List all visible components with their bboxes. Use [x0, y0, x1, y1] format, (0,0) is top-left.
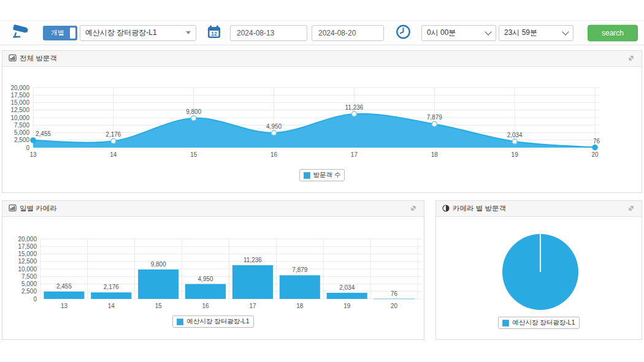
end-time-select[interactable]: 23시 59분 [499, 25, 573, 41]
svg-text:18: 18 [296, 303, 304, 309]
legend-swatch [502, 320, 509, 326]
svg-text:13: 13 [29, 151, 37, 158]
panel-title: 전체 방문객 [20, 54, 57, 63]
svg-text:10,000: 10,000 [10, 115, 29, 121]
bar-chart: 02,5005,0007,50010,00012,50015,00017,500… [2, 217, 423, 310]
svg-text:17: 17 [351, 151, 358, 158]
svg-text:20: 20 [591, 151, 599, 158]
svg-text:2,034: 2,034 [339, 284, 355, 291]
legend-camera: 예산시장 장터광장-L1 [498, 317, 579, 329]
toolbar: 개별 예산시장 장터광장-L1 12 0시 00분 23시 59분 search [0, 20, 644, 45]
svg-text:7,879: 7,879 [292, 266, 307, 273]
svg-text:13: 13 [61, 303, 68, 309]
svg-text:76: 76 [391, 290, 398, 297]
svg-text:19: 19 [343, 303, 351, 309]
svg-text:20,000: 20,000 [10, 85, 29, 91]
svg-text:2,176: 2,176 [104, 284, 119, 290]
svg-text:15: 15 [155, 303, 163, 309]
legend-visitor-count: 방문객 수 [299, 169, 345, 181]
svg-text:0: 0 [26, 145, 29, 151]
camera-select-value: 예산시장 장터광장-L1 [85, 28, 182, 38]
daily-camera-panel: 일별 카메라 02,5005,0007,50010,00012,50015,00… [2, 200, 424, 340]
panel-title: 일별 카메라 [20, 204, 57, 213]
svg-text:17: 17 [249, 303, 256, 309]
daily-camera-header: 일별 카메라 [2, 201, 424, 217]
camera-select[interactable]: 예산시장 장터광장-L1 [80, 25, 196, 41]
svg-text:12: 12 [211, 30, 217, 36]
area-chart: 02,5005,0007,50010,00012,50015,00017,500… [2, 67, 640, 164]
svg-text:19: 19 [512, 151, 519, 158]
svg-text:15: 15 [190, 151, 197, 158]
svg-text:4,950: 4,950 [198, 276, 213, 282]
start-time-select[interactable]: 0시 00분 [421, 25, 496, 41]
cctv-camera-icon [10, 24, 31, 42]
svg-text:2,034: 2,034 [507, 132, 523, 138]
svg-text:14: 14 [110, 151, 117, 158]
svg-text:15,000: 15,000 [18, 251, 37, 257]
svg-text:7,879: 7,879 [427, 114, 442, 121]
clock-icon [396, 24, 411, 42]
svg-text:5,000: 5,000 [14, 129, 29, 136]
svg-text:11,236: 11,236 [345, 104, 364, 111]
svg-text:7,500: 7,500 [14, 122, 29, 129]
legend-swatch [304, 172, 310, 179]
svg-text:2,500: 2,500 [21, 288, 37, 295]
legend-label: 방문객 수 [313, 171, 341, 179]
svg-text:17,500: 17,500 [10, 92, 29, 99]
svg-text:11,236: 11,236 [243, 257, 262, 263]
svg-text:12,500: 12,500 [10, 107, 29, 113]
visitors-by-camera-header: 카메라 별 방문객 [436, 201, 642, 217]
svg-text:10,000: 10,000 [18, 266, 37, 273]
toggle-knob [70, 28, 75, 39]
start-time-value: 0시 00분 [427, 28, 482, 38]
chevron-down-icon [186, 31, 191, 34]
bar-chart-icon [9, 204, 17, 213]
svg-text:15,000: 15,000 [10, 99, 29, 106]
svg-text:20: 20 [391, 303, 398, 309]
calendar-icon: 12 [207, 25, 221, 42]
expand-icon[interactable] [409, 204, 418, 214]
chevron-down-icon [485, 28, 491, 35]
svg-text:0: 0 [33, 296, 37, 303]
end-time-value: 23시 59분 [504, 28, 559, 38]
legend-label: 예산시장 장터광장-L1 [186, 317, 249, 326]
total-visitors-panel: 전체 방문객 02,5005,0007,50010,00012,50015,00… [2, 50, 642, 193]
individual-toggle[interactable]: 개별 [43, 26, 77, 40]
pie-chart-icon [442, 205, 450, 213]
svg-text:20,000: 20,000 [18, 236, 37, 243]
panel-title: 카메라 별 방문객 [453, 204, 506, 213]
legend-swatch [177, 319, 183, 325]
svg-text:9,800: 9,800 [186, 108, 201, 115]
svg-text:16: 16 [270, 151, 278, 158]
svg-text:17,500: 17,500 [18, 243, 37, 250]
svg-text:9,800: 9,800 [151, 261, 166, 268]
svg-text:18: 18 [431, 151, 439, 158]
svg-text:14: 14 [108, 303, 115, 309]
svg-text:2,455: 2,455 [56, 283, 72, 290]
search-button[interactable]: search [588, 25, 638, 41]
svg-text:2,500: 2,500 [14, 137, 29, 143]
svg-text:7,500: 7,500 [21, 273, 37, 280]
svg-text:2,176: 2,176 [105, 131, 121, 138]
svg-text:2,455: 2,455 [36, 130, 51, 137]
expand-icon[interactable] [627, 204, 635, 214]
svg-text:5,000: 5,000 [21, 281, 37, 287]
visitors-by-camera-panel: 카메라 별 방문객 예산시장 장터광장-L1 [435, 200, 642, 340]
svg-text:4,950: 4,950 [266, 123, 282, 130]
pie-chart [436, 217, 642, 314]
svg-text:16: 16 [202, 303, 210, 309]
chevron-down-icon [562, 28, 569, 35]
svg-text:76: 76 [593, 138, 600, 145]
legend-label: 예산시장 장터광장-L1 [512, 319, 575, 327]
svg-text:12,500: 12,500 [18, 258, 37, 265]
total-visitors-header: 전체 방문객 [2, 51, 642, 67]
end-date-input[interactable] [312, 25, 384, 41]
legend-camera: 예산시장 장터광장-L1 [172, 315, 253, 328]
expand-icon[interactable] [627, 54, 635, 64]
start-date-input[interactable] [230, 25, 307, 41]
bar-chart-icon [9, 54, 17, 63]
